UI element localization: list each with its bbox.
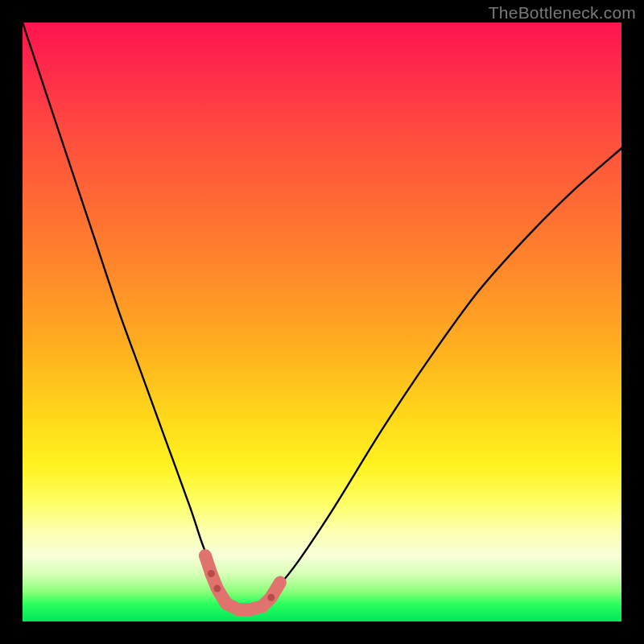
chart-frame: TheBottleneck.com (0, 0, 644, 644)
marker-group (205, 555, 280, 609)
marker-joint-dot (213, 585, 221, 592)
marker-joint-dot (208, 570, 215, 577)
watermark-text: TheBottleneck.com (489, 3, 636, 23)
plot-area (23, 23, 621, 621)
bottleneck-curve (23, 23, 621, 611)
marker-joint-dot (267, 594, 275, 601)
curve-layer (23, 23, 621, 621)
